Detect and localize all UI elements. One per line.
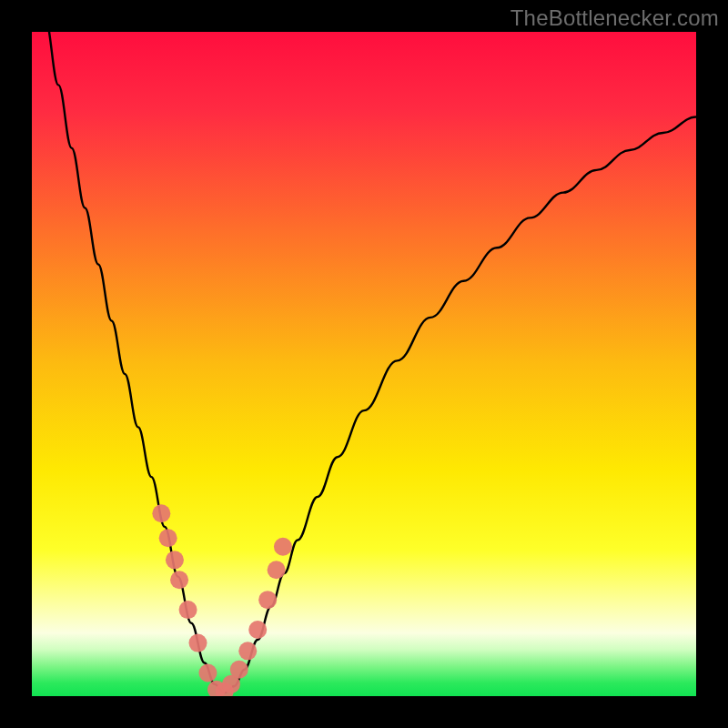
marker-dot <box>159 529 177 547</box>
marker-dot <box>274 538 292 556</box>
marker-dot <box>179 601 197 619</box>
gradient-background <box>32 32 696 696</box>
watermark-text: TheBottlenecker.com <box>511 5 719 31</box>
marker-dot <box>268 561 286 579</box>
marker-dot <box>189 634 207 652</box>
chart-svg <box>32 32 696 696</box>
marker-dot <box>152 504 170 522</box>
marker-dot <box>258 591 277 609</box>
outer-frame: TheBottlenecker.com <box>0 0 728 728</box>
marker-dot <box>198 663 217 682</box>
chart-plot-area <box>32 32 696 696</box>
marker-dot <box>238 642 257 660</box>
marker-dot <box>248 621 267 639</box>
marker-dot <box>166 551 184 569</box>
marker-dot <box>170 571 188 589</box>
marker-dot <box>230 661 248 679</box>
